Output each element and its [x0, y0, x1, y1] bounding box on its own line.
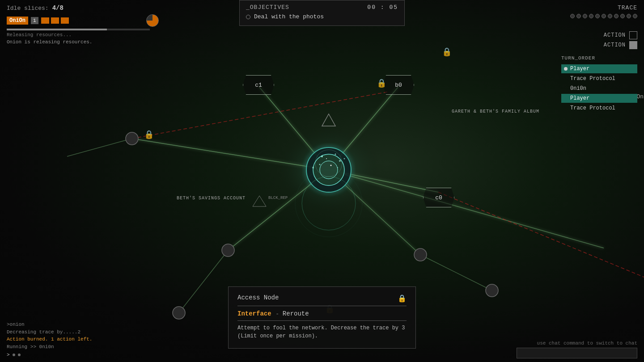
console-prompt-row: > — [7, 352, 159, 358]
svg-point-24 — [339, 160, 341, 162]
node-header: Access Node 🔒 — [237, 294, 407, 303]
idle-label: Idle slices: — [7, 5, 49, 12]
objectives-title: _OBJECTIVES — [246, 4, 289, 11]
node-lock-icon: 🔒 — [398, 294, 407, 303]
svg-point-29 — [312, 167, 314, 168]
objective-text: Deal with the photos — [254, 13, 324, 20]
turn-item-player-2: Player — [561, 94, 637, 103]
console-line-3: Action burned. 1 action left. — [7, 336, 159, 343]
node-ability: Interface - Reroute — [237, 310, 407, 318]
action-row-2: ACTION — [561, 41, 637, 49]
agent-name-badge[interactable]: OniOn — [7, 17, 28, 25]
objective-item: Deal with the photos — [246, 13, 398, 20]
objectives-panel: _OBJECTIVES 00 : 05 Deal with the photos — [239, 0, 405, 26]
bottom-right-panel: use chat command to switch to chat — [510, 337, 644, 362]
trace-panel: TRACE — [564, 0, 644, 23]
ability-description: Attempt to fool the network. Decrease th… — [237, 324, 407, 340]
action-pip-3 — [61, 17, 69, 24]
lock-icon-2: 🔒 — [377, 78, 386, 88]
top-left-panel: Idle slices: 4/8 OniOn 1 Releasing resou… — [0, 0, 165, 49]
svg-point-30 — [344, 158, 345, 160]
svg-point-14 — [414, 248, 427, 261]
svg-text:BLCK_REP: BLCK_REP — [268, 196, 288, 200]
turn-item-trace-1: Trace Protocol — [561, 74, 637, 83]
console-line-2: Decreasing trace by.....2 — [7, 328, 159, 336]
svg-point-22 — [321, 156, 323, 157]
releasing-text: Releasing resources... — [7, 32, 159, 38]
svg-line-10 — [67, 139, 132, 156]
idle-slices-bar: Idle slices: 4/8 — [7, 4, 159, 12]
turn-dot-1 — [564, 67, 568, 71]
slice-count: 4/8 — [52, 4, 64, 12]
svg-point-27 — [326, 158, 327, 159]
agent-row: OniOn 1 — [7, 14, 159, 27]
trace-pip-1 — [570, 14, 575, 18]
action-label-1: ACTION — [604, 32, 626, 38]
turn-order-section: TURN_ORDER Player Trace Protocol 0ni0n P… — [561, 55, 637, 113]
progress-bar-fill — [7, 29, 107, 30]
console-cursor-2 — [18, 354, 21, 356]
svg-line-12 — [438, 192, 644, 277]
turn-item-player-1: Player — [561, 64, 637, 73]
trace-pip-4 — [589, 14, 593, 18]
svg-line-5 — [329, 170, 604, 248]
node-info-panel: Access Node 🔒 Interface - Reroute Attemp… — [228, 286, 416, 349]
lock-icon-1: 🔒 — [442, 47, 452, 57]
pie-chart-icon — [146, 14, 159, 27]
action-row-1: ACTION — [561, 31, 637, 39]
node-title: Access Node — [237, 294, 279, 301]
trace-pip-10 — [627, 14, 631, 18]
console-line-4: Running >> 0ni0n — [7, 343, 159, 351]
svg-marker-31 — [322, 114, 335, 126]
agent-icon — [146, 14, 159, 27]
objectives-timer: 00 : 05 — [367, 4, 398, 11]
ability-divider — [237, 320, 407, 321]
svg-line-8 — [179, 250, 228, 313]
ability-action: Reroute — [283, 310, 309, 317]
node-c0[interactable]: c0 — [423, 188, 454, 207]
trace-pip-5 — [595, 14, 600, 18]
progress-bar-container — [7, 29, 150, 30]
right-panel: ACTION ACTION TURN_ORDER Player Trace Pr… — [555, 27, 644, 118]
turn-dot-4 — [564, 97, 568, 100]
turn-order-title: TURN_ORDER — [561, 55, 637, 61]
chat-hint: use chat command to switch to chat — [517, 341, 637, 346]
trace-pip-3 — [583, 14, 587, 18]
turn-dot-2 — [564, 77, 568, 80]
label-savings: BETH'S SAVINGS ACCOUNT — [177, 196, 246, 201]
trace-pip-8 — [614, 14, 619, 18]
ability-name: Interface — [237, 310, 271, 317]
ability-dash-text: - — [275, 311, 283, 317]
lock-icon-3: 🔒 — [144, 130, 154, 139]
node-c1[interactable]: c1 — [243, 75, 274, 95]
action-box-2 — [629, 41, 637, 49]
turn-dot-3 — [564, 87, 568, 90]
svg-point-16 — [486, 284, 498, 297]
action-label-2: ACTION — [604, 42, 626, 48]
console-panel: >onion Decreasing trace by.....2 Action … — [0, 316, 165, 362]
agent-level: 1 — [31, 17, 38, 24]
console-prompt: > — [7, 352, 10, 358]
action-pip-2 — [51, 17, 59, 24]
trace-pip-6 — [602, 14, 606, 18]
svg-point-13 — [222, 244, 234, 257]
svg-point-28 — [337, 167, 338, 168]
svg-point-26 — [319, 164, 321, 165]
onion-status-text: Onion is releasing resources. — [7, 39, 159, 45]
svg-line-9 — [420, 255, 492, 290]
turn-item-trace-2: Trace Protocol — [561, 104, 637, 113]
node-b0[interactable]: b0 — [383, 75, 414, 95]
objectives-header: _OBJECTIVES 00 : 05 — [246, 4, 398, 11]
trace-pip-2 — [576, 14, 581, 18]
console-line-1: >onion — [7, 321, 159, 328]
trace-pips — [570, 14, 637, 18]
svg-marker-32 — [253, 196, 266, 206]
svg-point-15 — [173, 307, 185, 319]
label-album: GARETH & BETH'S FAMILY ALBUM — [452, 109, 539, 114]
chat-input-bar[interactable] — [517, 348, 637, 358]
trace-pip-11 — [633, 14, 637, 18]
turn-item-onion: 0ni0n — [561, 84, 637, 93]
console-cursor — [13, 354, 15, 356]
action-pip-1 — [41, 17, 49, 24]
turn-dot-5 — [564, 106, 568, 110]
